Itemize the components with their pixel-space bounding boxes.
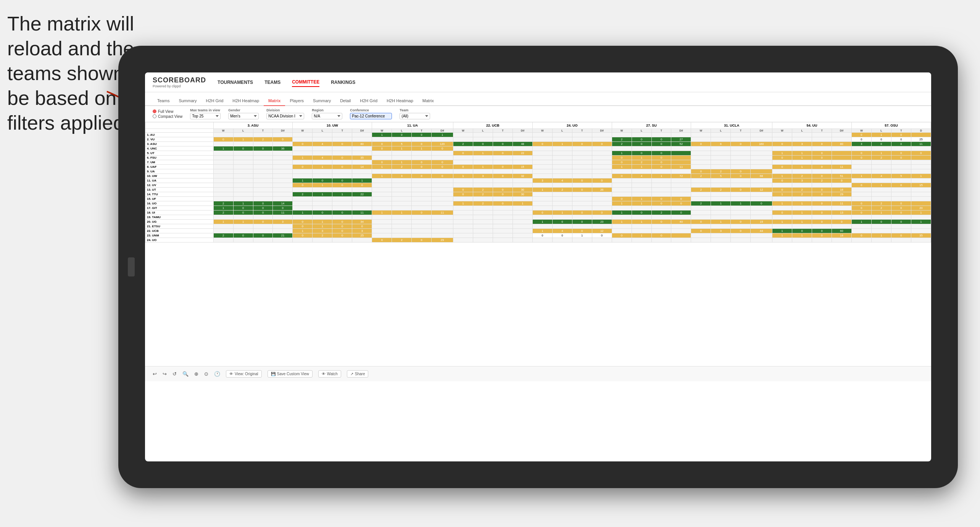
sub-nav-matrix2[interactable]: Matrix [418, 96, 438, 106]
matrix-cell: 4 [632, 174, 651, 178]
matrix-cell [751, 215, 772, 220]
matrix-cell [711, 160, 731, 165]
undo-icon[interactable]: ↩ [153, 371, 157, 377]
zoom-in-icon[interactable]: ⊕ [194, 371, 198, 377]
matrix-cell: 3 [313, 229, 332, 233]
matrix-cell: 1 [372, 210, 392, 215]
sub-nav-h2hheatmap1[interactable]: H2H Heatmap [228, 96, 264, 106]
matrix-cell [711, 210, 731, 215]
matrix-scroll-area[interactable]: 3. ASU 10. UW 11. UA 22. UCB 24. UO 27. … [145, 122, 931, 366]
matrix-cell: 27 [671, 137, 691, 142]
nav-committee[interactable]: COMMITTEE [292, 78, 319, 87]
matrix-cell [313, 133, 332, 137]
matrix-cell [751, 224, 772, 229]
save-custom-view-btn[interactable]: 💾 Save Custom View [268, 370, 313, 378]
matrix-cell [253, 156, 273, 160]
matrix-cell [592, 174, 612, 178]
matrix-cell [832, 215, 852, 220]
matrix-cell: 0 [731, 169, 751, 174]
max-teams-select[interactable]: Top 25 Top 10 Top 50 [190, 113, 221, 119]
matrix-cell [213, 238, 233, 243]
matrix-cell [313, 197, 332, 201]
matrix-cell [513, 220, 532, 224]
matrix-cell [432, 197, 453, 201]
matrix-cell [273, 165, 293, 169]
nav-teams[interactable]: TEAMS [264, 78, 280, 87]
refresh-icon[interactable]: ↺ [172, 371, 177, 377]
matrix-cell: 0 [812, 220, 832, 224]
matrix-cell [711, 178, 731, 183]
region-select[interactable]: N/A [312, 113, 342, 119]
matrix-cell: 0 [691, 142, 711, 146]
sub-nav-summary1[interactable]: Summary [174, 96, 201, 106]
matrix-cell [253, 169, 273, 174]
subh-ucla-l: L [711, 129, 731, 133]
sub-nav-detail[interactable]: Detail [335, 96, 355, 106]
matrix-cell: 0 [293, 233, 313, 238]
matrix-cell: 0 [772, 165, 792, 169]
matrix-cell: 0 [772, 142, 792, 146]
matrix-cell: 1 [792, 220, 812, 224]
zoom-out-icon[interactable]: 🔍 [182, 371, 189, 377]
row-label: 20. UG [145, 220, 214, 224]
matrix-cell: 1 [552, 142, 572, 146]
matrix-cell [273, 178, 293, 183]
matrix-cell: 1 [352, 178, 372, 183]
matrix-cell [552, 169, 572, 174]
subh-uu-d: Dif [832, 129, 852, 133]
full-view-option[interactable]: Full View [153, 109, 182, 114]
matrix-cell: 0 [332, 142, 352, 146]
matrix-cell [691, 178, 711, 183]
sub-nav-summary2[interactable]: Summary [308, 96, 335, 106]
matrix-cell [552, 137, 572, 142]
full-view-radio[interactable] [153, 109, 156, 113]
matrix-cell [213, 142, 233, 146]
matrix-cell [253, 151, 273, 156]
sub-nav-matrix1[interactable]: Matrix [264, 96, 285, 106]
matrix-cell [632, 224, 651, 229]
sub-nav-h2hheatmap2[interactable]: H2H Heatmap [382, 96, 418, 106]
matrix-cell: 0 [332, 178, 352, 183]
redo-icon[interactable]: ↪ [163, 371, 167, 377]
matrix-cell: 0 [493, 188, 513, 192]
clock-icon[interactable]: 🕐 [214, 371, 220, 377]
subh-uw-l: L [313, 129, 332, 133]
nav-tournaments[interactable]: TOURNAMENTS [218, 78, 253, 87]
matrix-cell [911, 146, 931, 151]
matrix-cell [851, 160, 871, 165]
nav-rankings[interactable]: RANKINGS [331, 78, 355, 87]
matrix-cell [792, 224, 812, 229]
matrix-cell: 0 [812, 201, 832, 206]
subh-osu-d: D [911, 129, 931, 133]
sub-nav-h2hgrid1[interactable]: H2H Grid [201, 96, 228, 106]
matrix-cell [233, 197, 253, 201]
gender-select[interactable]: Men's Women's [228, 113, 259, 119]
matrix-cell [372, 188, 392, 192]
team-select[interactable]: (All) [400, 113, 430, 119]
matrix-cell: 5 [392, 142, 412, 146]
matrix-cell [751, 133, 772, 137]
matrix-cell: 1 [372, 133, 392, 137]
matrix-cell: 1 [432, 133, 453, 137]
matrix-cell [332, 238, 352, 243]
compact-view-radio[interactable] [153, 114, 156, 118]
share-btn[interactable]: ↗ Share [347, 370, 369, 378]
sub-nav-teams[interactable]: Teams [153, 96, 174, 106]
matrix-cell [332, 215, 352, 220]
reset-icon[interactable]: ⊙ [204, 371, 208, 377]
matrix-cell: 20 [911, 206, 931, 210]
division-select[interactable]: NCAA Division I NCAA Division II NCAA Di… [266, 113, 304, 119]
sub-nav-h2hgrid2[interactable]: H2H Grid [355, 96, 382, 106]
conference-select[interactable]: Pac-12 Conference (All) [350, 113, 392, 119]
row-label: 8. UAF [145, 165, 214, 169]
sub-nav-players[interactable]: Players [285, 96, 308, 106]
view-original-btn[interactable]: 👁 View: Original [226, 370, 262, 378]
tablet-button[interactable] [128, 257, 135, 276]
compact-view-option[interactable]: Compact View [153, 114, 182, 119]
matrix-cell [352, 174, 372, 178]
watch-btn[interactable]: 👁 Watch [318, 370, 341, 378]
app-header: SCOREBOARD Powered by clippd TOURNAMENTS… [145, 72, 931, 92]
matrix-cell: 1 [372, 165, 392, 169]
matrix-cell: 12 [751, 188, 772, 192]
matrix-cell: 1 [313, 224, 332, 229]
